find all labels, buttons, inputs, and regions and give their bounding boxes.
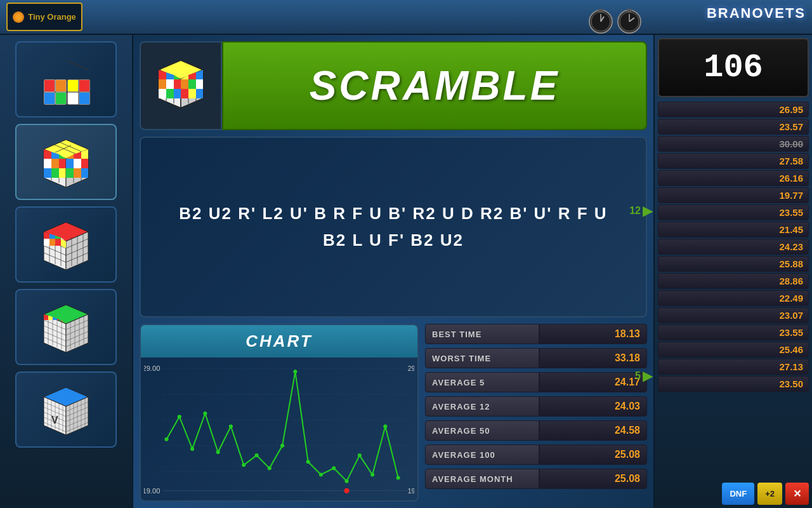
page-5-num: 5 xyxy=(635,370,641,382)
scramble-label-box: SCRAMBLE xyxy=(222,41,647,130)
timer-display: 106 xyxy=(658,38,809,97)
cube-3x3[interactable] xyxy=(15,124,117,200)
svg-text:19.00: 19.00 xyxy=(408,488,414,495)
main-content: SCRAMBLE B2 U2 R' L2 U' B R F U B' R2 U … xyxy=(133,35,653,508)
svg-point-173 xyxy=(254,453,258,457)
stat-value-0: 18.13 xyxy=(539,324,647,344)
cube-2x2[interactable] xyxy=(15,41,117,117)
svg-marker-72 xyxy=(49,239,55,246)
svg-marker-142 xyxy=(159,89,166,98)
svg-point-182 xyxy=(370,472,374,476)
cube-2x2-icon xyxy=(34,48,98,111)
svg-point-179 xyxy=(332,466,336,470)
stopwatch-icon-2 xyxy=(612,1,647,36)
stat-value-4: 24.58 xyxy=(539,420,647,441)
scroll-arrow-12[interactable]: 12 ▶ xyxy=(629,203,652,218)
time-entry-1[interactable]: 23.57 xyxy=(658,119,809,135)
svg-marker-140 xyxy=(166,79,174,89)
stat-label-4: AVERAGE 50 xyxy=(425,420,539,441)
arrow-12-icon: ▶ xyxy=(643,203,652,218)
svg-point-178 xyxy=(319,472,323,476)
scramble-header: SCRAMBLE xyxy=(140,41,647,130)
stopwatch-area xyxy=(584,1,647,36)
cube-4x4[interactable] xyxy=(15,206,117,283)
svg-rect-2 xyxy=(598,9,603,12)
top-bar: Tiny Orange BRANOVETS xyxy=(0,0,812,35)
time-entry-11[interactable]: 22.49 xyxy=(658,290,809,306)
svg-marker-55 xyxy=(66,168,74,178)
svg-marker-156 xyxy=(188,89,196,98)
scroll-arrow-5[interactable]: 5 ▶ xyxy=(635,368,652,384)
stat-label-3: AVERAGE 12 xyxy=(425,396,539,417)
svg-marker-43 xyxy=(59,168,66,178)
svg-point-183 xyxy=(383,424,387,428)
svg-marker-40 xyxy=(59,159,66,168)
cube-4x4-icon xyxy=(34,213,98,276)
main-cube-icon xyxy=(149,54,213,117)
cube-3x3-icon xyxy=(34,130,98,194)
stat-label-0: BEST TIME xyxy=(425,324,539,344)
svg-rect-22 xyxy=(79,80,89,91)
time-entry-2[interactable]: 30.00 xyxy=(658,136,809,152)
svg-marker-41 xyxy=(44,168,51,178)
stat-row-1: WORST TIME 33.18 xyxy=(425,348,647,368)
cube-6x6[interactable]: V xyxy=(15,371,117,448)
time-entry-7[interactable]: 21.45 xyxy=(658,222,809,237)
stat-row-2: AVERAGE 5 24.17 xyxy=(425,372,647,392)
time-entry-16[interactable]: 23.50 xyxy=(658,376,809,392)
svg-point-184 xyxy=(396,476,400,480)
logo-text: Tiny Orange xyxy=(28,12,76,22)
stat-value-6: 25.08 xyxy=(539,469,647,489)
svg-text:29.00: 29.00 xyxy=(144,364,160,372)
svg-marker-52 xyxy=(66,159,74,168)
chart-svg: 29.00 19.00 xyxy=(144,361,414,498)
stat-label-6: AVERAGE MONTH xyxy=(425,469,539,489)
svg-marker-144 xyxy=(174,89,181,98)
time-entry-3[interactable]: 27.58 xyxy=(658,153,809,169)
svg-point-170 xyxy=(216,450,220,454)
logo-box[interactable]: Tiny Orange xyxy=(6,3,82,31)
time-entry-12[interactable]: 23.07 xyxy=(658,307,809,323)
time-entry-14[interactable]: 25.46 xyxy=(658,342,809,358)
time-entry-6[interactable]: 23.55 xyxy=(658,204,809,220)
stat-label-1: WORST TIME xyxy=(425,348,539,368)
time-entry-10[interactable]: 28.86 xyxy=(658,273,809,289)
time-entry-9[interactable]: 25.88 xyxy=(658,256,809,272)
svg-point-185 xyxy=(344,488,349,493)
stat-label-2: AVERAGE 5 xyxy=(425,372,539,392)
svg-point-177 xyxy=(306,460,310,464)
arrow-5-icon: ▶ xyxy=(643,368,652,384)
times-list: 26.9523.5730.0027.5826.1619.7723.5521.45… xyxy=(655,100,812,477)
svg-marker-154 xyxy=(196,79,203,89)
chart-title: CHART xyxy=(141,325,417,358)
stat-row-6: AVERAGE MONTH 25.08 xyxy=(425,469,647,489)
page-12-num: 12 xyxy=(629,205,641,217)
svg-point-174 xyxy=(268,466,272,470)
svg-rect-14 xyxy=(44,80,55,91)
stat-row-5: AVERAGE 100 25.08 xyxy=(425,444,647,465)
dnf-button[interactable]: DNF xyxy=(722,483,754,505)
svg-marker-38 xyxy=(44,159,51,168)
svg-point-180 xyxy=(344,479,348,483)
time-entry-13[interactable]: 23.55 xyxy=(658,324,809,340)
time-entry-8[interactable]: 24.23 xyxy=(658,239,809,255)
left-sidebar: V xyxy=(0,35,133,508)
cube-5x5[interactable] xyxy=(15,289,117,365)
delete-button[interactable]: ✕ xyxy=(785,483,809,505)
stats-panel: BEST TIME 18.13 WORST TIME 33.18 AVERAGE… xyxy=(425,324,647,502)
plus2-button[interactable]: +2 xyxy=(757,483,782,505)
svg-marker-143 xyxy=(166,89,174,98)
svg-rect-21 xyxy=(68,80,78,91)
svg-marker-42 xyxy=(51,168,59,178)
svg-marker-139 xyxy=(159,79,166,89)
svg-rect-7 xyxy=(627,9,632,12)
scramble-line2: B2 L U F' B2 U2 xyxy=(179,227,607,254)
time-entry-5[interactable]: 19.77 xyxy=(658,187,809,203)
time-entry-15[interactable]: 27.13 xyxy=(658,359,809,375)
cube-6x6-icon: V xyxy=(34,378,98,441)
bottom-buttons: DNF +2 ✕ xyxy=(655,479,812,508)
time-entry-0[interactable]: 26.95 xyxy=(658,102,809,117)
stat-row-3: AVERAGE 12 24.03 xyxy=(425,396,647,417)
chart-body: 29.00 19.00 xyxy=(141,358,417,502)
time-entry-4[interactable]: 26.16 xyxy=(658,170,809,186)
